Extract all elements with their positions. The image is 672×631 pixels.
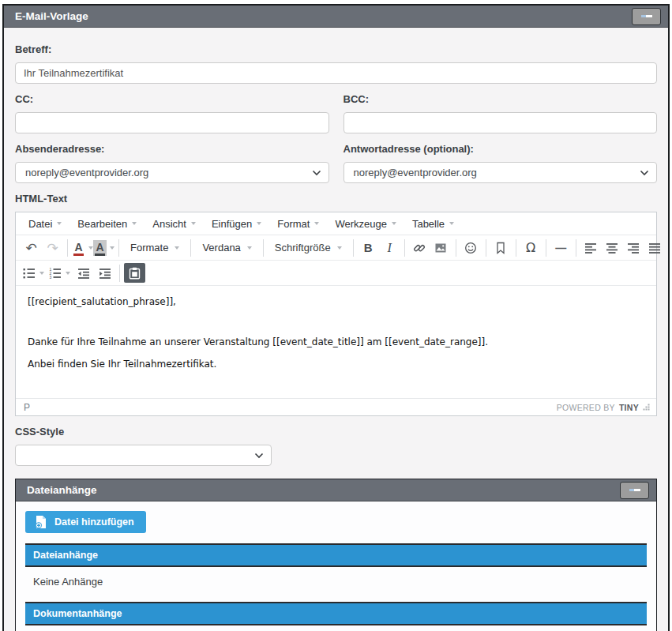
resize-grip-icon[interactable]: [643, 404, 650, 411]
form-content: Betreff: CC: BCC: Absenderadresse: norep…: [4, 28, 668, 631]
absenderadresse-label: Absenderadresse:: [15, 143, 329, 155]
link-icon[interactable]: [409, 238, 430, 257]
chevron-down-icon: [132, 222, 137, 225]
attachments-title: Dateianhänge: [27, 484, 97, 496]
font-family-dropdown[interactable]: Verdana: [195, 238, 258, 257]
editor-line: Danke für Ihre Teilnahme an unserer Vera…: [28, 336, 644, 349]
chevron-down-icon: [247, 246, 252, 250]
bullet-list-icon[interactable]: [21, 263, 47, 283]
document-attachments-header: Dokumentanhänge: [25, 602, 647, 625]
minimize-button[interactable]: [632, 8, 661, 25]
emoticon-icon[interactable]: [460, 238, 482, 257]
chevron-down-icon: [392, 222, 396, 225]
window-title: E-Mail-Vorlage: [15, 10, 88, 22]
antwortadresse-select[interactable]: noreply@eventprovider.org: [344, 162, 658, 183]
betreff-label: Betreff:: [15, 43, 657, 55]
paste-as-text-icon[interactable]: [124, 263, 145, 283]
add-file-button[interactable]: Datei hinzufügen: [25, 511, 146, 533]
file-attachments-empty-row: Keine Anhänge: [25, 567, 647, 592]
add-file-label: Datei hinzufügen: [54, 516, 134, 528]
outdent-icon[interactable]: [73, 263, 94, 283]
editor-menubar: Datei Bearbeiten Ansicht Einfügen Format…: [16, 212, 656, 235]
chevron-down-icon: [175, 246, 179, 250]
email-template-window: E-Mail-Vorlage Betreff: CC: BCC: Absende…: [2, 4, 670, 631]
chevron-down-icon: [57, 222, 62, 225]
menu-tabelle[interactable]: Tabelle: [404, 218, 462, 230]
font-size-dropdown[interactable]: Schriftgröße: [268, 238, 349, 257]
undo-icon[interactable]: ↶: [21, 238, 42, 257]
redo-icon[interactable]: ↷: [42, 238, 63, 257]
text-color-icon[interactable]: A: [72, 238, 93, 257]
cc-label: CC:: [15, 93, 329, 105]
formats-dropdown[interactable]: Formate: [123, 238, 186, 257]
attachments-header: Dateianhänge: [16, 479, 656, 501]
powered-by: POWERED BY TINY: [557, 403, 650, 412]
align-justify-icon[interactable]: [644, 238, 666, 257]
chevron-down-icon: [191, 222, 196, 225]
css-style-select[interactable]: [15, 445, 272, 466]
chevron-down-icon: [66, 272, 70, 275]
chevron-down-icon: [88, 246, 93, 250]
file-plus-icon: [35, 515, 47, 529]
editor-statusbar: P POWERED BY TINY: [16, 398, 656, 415]
antwortadresse-label: Antwortadresse (optional):: [344, 143, 658, 155]
chevron-down-icon: [337, 246, 342, 250]
attachments-panel: Dateianhänge Datei hinzufügen Dateianhän…: [15, 479, 657, 631]
chevron-down-icon: [254, 453, 264, 459]
chevron-down-icon: [312, 170, 321, 176]
chevron-down-icon: [110, 246, 115, 250]
editor-line: [[recipient_salutation_phrase]],: [28, 295, 644, 309]
special-character-icon[interactable]: Ω: [520, 238, 542, 257]
empty-label: Keine Anhänge: [33, 576, 103, 588]
editor-content[interactable]: [[recipient_salutation_phrase]], Danke f…: [16, 286, 656, 398]
menu-bearbeiten[interactable]: Bearbeiten: [69, 218, 145, 230]
attachments-minimize-button[interactable]: [620, 482, 649, 499]
chevron-down-icon: [314, 222, 319, 225]
absenderadresse-value: noreply@eventprovider.org: [25, 167, 148, 178]
editor-toolbar-row1: ↶ ↷ A A Formate Verdana Schriftgröße B I: [16, 235, 656, 261]
chevron-down-icon: [449, 222, 454, 225]
attachments-body: Datei hinzufügen Dateianhänge Keine Anhä…: [16, 501, 656, 631]
cc-input[interactable]: [15, 112, 329, 133]
window-header: E-Mail-Vorlage: [4, 6, 668, 28]
file-attachments-header: Dateianhänge: [25, 543, 647, 567]
chevron-down-icon: [39, 272, 44, 275]
bcc-input[interactable]: [344, 112, 658, 133]
svg-text:3: 3: [50, 275, 52, 279]
align-right-icon[interactable]: [623, 238, 644, 257]
align-center-icon[interactable]: [602, 238, 623, 257]
bcc-label: BCC:: [344, 93, 658, 105]
align-left-icon[interactable]: [580, 238, 602, 257]
background-color-icon[interactable]: A: [93, 238, 115, 257]
italic-icon[interactable]: I: [379, 238, 400, 257]
numbered-list-icon[interactable]: 123: [47, 263, 73, 283]
css-style-label: CSS-Style: [15, 426, 657, 438]
menu-datei[interactable]: Datei: [21, 218, 69, 230]
editor-line: Anbei finden Sie Ihr Teilnahmezertifikat…: [28, 358, 644, 371]
anchor-icon[interactable]: [490, 238, 512, 257]
bold-icon[interactable]: B: [358, 238, 379, 257]
html-text-label: HTML-Text: [15, 193, 657, 205]
minus-icon: [629, 489, 640, 491]
absenderadresse-select[interactable]: noreply@eventprovider.org: [15, 162, 329, 183]
element-path[interactable]: P: [24, 402, 30, 413]
menu-format[interactable]: Format: [269, 218, 327, 230]
chevron-down-icon: [640, 170, 649, 176]
menu-einfuegen[interactable]: Einfügen: [204, 218, 269, 230]
html-editor: Datei Bearbeiten Ansicht Einfügen Format…: [15, 212, 657, 416]
indent-icon[interactable]: [94, 263, 115, 283]
editor-toolbar-row2: 123: [16, 261, 656, 286]
antwortadresse-value: noreply@eventprovider.org: [354, 167, 477, 178]
image-icon[interactable]: [430, 238, 452, 257]
betreff-input[interactable]: [15, 62, 657, 84]
menu-ansicht[interactable]: Ansicht: [145, 218, 204, 230]
minus-icon: [641, 15, 652, 17]
menu-werkzeuge[interactable]: Werkzeuge: [327, 218, 404, 230]
chevron-down-icon: [257, 222, 261, 225]
document-attachment-row: Teilnahmezertifikat: [25, 625, 647, 631]
horizontal-rule-icon[interactable]: —: [550, 238, 572, 257]
